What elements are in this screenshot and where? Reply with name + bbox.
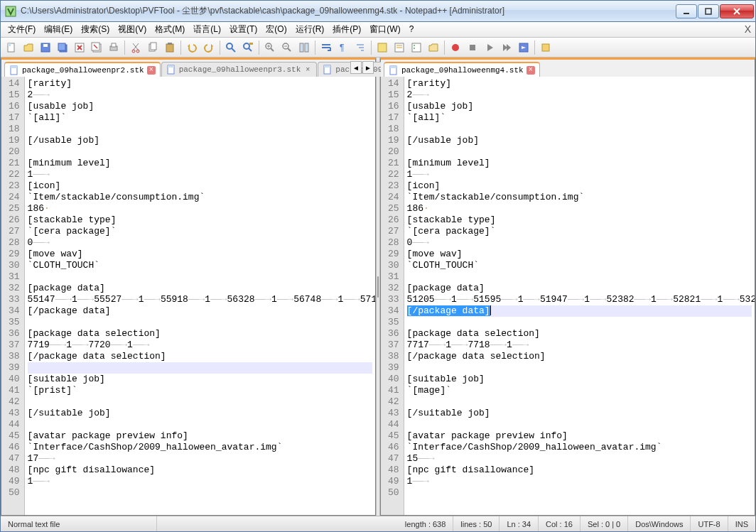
tab[interactable]: package_09halloweenpr2.stk× — [4, 62, 161, 77]
menu-插件[interactable]: 插件(P) — [328, 23, 365, 36]
tab[interactable]: package_09halloweenpr3.stk× — [161, 62, 318, 77]
svg-point-29 — [244, 43, 249, 49]
replace-icon[interactable] — [240, 40, 256, 55]
svg-rect-10 — [58, 43, 65, 50]
menubar: 文件(F)编辑(E)搜索(S)视图(V)格式(M)语言(L)设置(T)宏(O)运… — [1, 22, 755, 38]
close-button[interactable] — [720, 4, 754, 18]
tab[interactable]: package_09halloweenmg4.stk× — [384, 62, 540, 77]
svg-rect-63 — [324, 65, 330, 67]
stop-macro-icon[interactable] — [465, 40, 480, 55]
file-icon — [323, 65, 333, 75]
svg-line-38 — [288, 48, 291, 51]
status-eol: Dos\Windows — [628, 516, 691, 531]
right-pane: package_09halloweenmg4.stk× 141516171819… — [380, 58, 755, 516]
open-file-icon[interactable] — [21, 40, 36, 55]
menu-格式[interactable]: 格式(M) — [151, 23, 189, 36]
minimize-button[interactable] — [676, 4, 697, 18]
zoom-out-icon[interactable] — [279, 40, 295, 55]
menu-?[interactable]: ? — [405, 23, 418, 36]
tab-label: package_09halloweenpr3.stk — [179, 65, 301, 74]
app-icon — [5, 6, 16, 17]
left-pane: package_09halloweenpr2.stk×package_09hal… — [1, 58, 376, 516]
svg-rect-8 — [43, 44, 48, 47]
save-macro-icon[interactable] — [516, 40, 531, 55]
svg-rect-40 — [305, 43, 308, 52]
close-file-icon[interactable] — [72, 40, 87, 55]
svg-rect-39 — [300, 43, 303, 52]
svg-point-52 — [414, 45, 415, 46]
indent-guide-icon[interactable] — [352, 40, 368, 55]
svg-point-53 — [414, 48, 415, 49]
svg-line-30 — [249, 48, 252, 51]
status-length: length : 638 — [398, 516, 454, 531]
left-tab-row: package_09halloweenpr2.stk×package_09hal… — [1, 60, 375, 77]
doc-map-icon[interactable] — [392, 40, 407, 55]
menu-语言[interactable]: 语言(L) — [189, 23, 225, 36]
menu-运行[interactable]: 运行(R) — [291, 23, 329, 36]
menu-设置[interactable]: 设置(T) — [225, 23, 261, 36]
tab-next-button[interactable]: ► — [362, 61, 374, 74]
tab-close-icon[interactable]: × — [147, 66, 156, 75]
menu-close-x[interactable]: X — [745, 23, 751, 35]
svg-point-21 — [132, 50, 135, 53]
wordwrap-icon[interactable] — [318, 40, 334, 55]
svg-point-27 — [227, 43, 232, 49]
lang-icon[interactable] — [374, 40, 390, 55]
svg-rect-51 — [412, 43, 421, 52]
paste-icon[interactable] — [162, 40, 178, 55]
show-all-chars-icon[interactable]: ¶ — [335, 40, 351, 55]
close-all-icon[interactable] — [89, 40, 104, 55]
menu-窗口[interactable]: 窗口(W) — [365, 23, 404, 36]
svg-line-28 — [232, 48, 235, 52]
right-editor[interactable]: 1415161718192021222324252627282930313233… — [381, 77, 755, 515]
toolbar: ¶ — [1, 38, 755, 58]
print-icon[interactable] — [106, 40, 122, 55]
sync-scroll-icon[interactable] — [296, 40, 312, 55]
right-gutter: 1415161718192021222324252627282930313233… — [381, 77, 404, 515]
undo-icon[interactable] — [184, 40, 200, 55]
play-macro-icon[interactable] — [482, 40, 497, 55]
right-tab-row: package_09halloweenmg4.stk× — [381, 60, 755, 77]
file-icon — [389, 65, 399, 75]
right-code[interactable]: [rarity]2――→[usable job]`[all]`[/usable … — [404, 77, 755, 515]
folder-tree-icon[interactable] — [426, 40, 441, 55]
tab-prev-button[interactable]: ◄ — [350, 61, 362, 74]
find-icon[interactable] — [223, 40, 239, 55]
menu-视图[interactable]: 视图(V) — [114, 23, 151, 36]
func-list-icon[interactable] — [409, 40, 424, 55]
save-all-icon[interactable] — [55, 40, 70, 55]
tab-close-icon[interactable]: × — [526, 66, 535, 75]
copy-icon[interactable] — [145, 40, 161, 55]
workspace: package_09halloweenpr2.stk×package_09hal… — [1, 58, 755, 516]
svg-rect-26 — [168, 43, 172, 45]
svg-rect-65 — [390, 66, 396, 68]
menu-编辑[interactable]: 编辑(E) — [40, 23, 77, 36]
tab-label: package_09halloweenpr2.stk — [22, 66, 144, 75]
left-code[interactable]: [rarity]2――→[usable job]`[all]`[/usable … — [25, 77, 375, 515]
maximize-button[interactable] — [698, 4, 719, 18]
status-mode: INS — [728, 516, 755, 531]
menu-搜索[interactable]: 搜索(S) — [77, 23, 114, 36]
zoom-in-icon[interactable] — [262, 40, 278, 55]
window-title: C:\Users\Administrator\Desktop\PVFTool -… — [21, 5, 675, 17]
save-icon[interactable] — [38, 40, 53, 55]
status-col: Col : 16 — [539, 516, 580, 531]
menu-文件[interactable]: 文件(F) — [4, 23, 40, 36]
play-multi-icon[interactable] — [499, 40, 514, 55]
tab-close-icon[interactable]: × — [303, 65, 312, 74]
cut-icon[interactable] — [128, 40, 144, 55]
file-icon — [9, 65, 19, 75]
menu-宏[interactable]: 宏(O) — [261, 23, 291, 36]
svg-rect-57 — [542, 44, 549, 51]
record-macro-icon[interactable] — [448, 40, 463, 55]
svg-rect-55 — [470, 45, 475, 50]
plugin-icon[interactable] — [538, 40, 554, 55]
svg-rect-6 — [8, 43, 11, 46]
status-sel: Sel : 0 | 0 — [580, 516, 628, 531]
new-file-icon[interactable] — [4, 40, 19, 55]
left-editor[interactable]: 1415161718192021222324252627282930313233… — [1, 77, 375, 515]
svg-rect-59 — [11, 66, 17, 68]
titlebar[interactable]: C:\Users\Administrator\Desktop\PVFTool -… — [1, 1, 755, 22]
file-icon — [166, 65, 176, 75]
redo-icon[interactable] — [201, 40, 217, 55]
